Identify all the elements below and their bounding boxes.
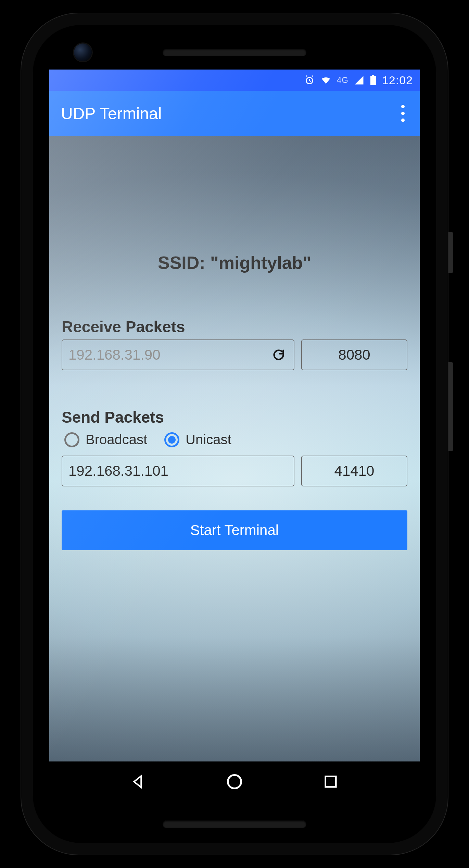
phone-inner: 4G 12:02 UD: [33, 25, 436, 843]
bottom-speaker: [163, 820, 306, 828]
receive-section-label: Receive Packets: [62, 318, 407, 336]
content-area: SSID: "mightylab" Receive Packets 192.16…: [49, 136, 420, 761]
send-section: Send Packets Broadcast Unicast: [62, 408, 407, 550]
nav-back-button[interactable]: [128, 771, 149, 792]
alarm-icon: [304, 75, 315, 86]
status-bar: 4G 12:02: [49, 70, 420, 91]
overflow-menu-button[interactable]: [398, 101, 408, 125]
send-ip-input[interactable]: [68, 463, 288, 479]
svg-rect-2: [372, 75, 374, 76]
svg-rect-4: [325, 777, 336, 787]
phone-side-button-bottom: [448, 362, 453, 451]
earpiece: [163, 49, 306, 56]
front-camera: [74, 44, 92, 61]
refresh-ip-button[interactable]: [270, 346, 288, 364]
nav-recents-button[interactable]: [320, 771, 341, 792]
send-mode-radio-group: Broadcast Unicast: [62, 430, 407, 456]
screen: 4G 12:02 UD: [49, 70, 420, 802]
svg-point-3: [228, 775, 241, 789]
phone-top-hardware: [33, 39, 436, 66]
receive-section: Receive Packets 192.168.31.90: [62, 318, 407, 370]
receive-port-input[interactable]: [308, 347, 401, 363]
app-bar: UDP Terminal: [49, 91, 420, 136]
send-port-field[interactable]: [301, 456, 407, 486]
unicast-radio[interactable]: [164, 432, 179, 447]
broadcast-radio-label[interactable]: Broadcast: [86, 432, 147, 447]
receive-port-field[interactable]: [301, 339, 407, 370]
phone-side-button-top: [448, 232, 453, 273]
network-type-label: 4G: [337, 75, 348, 85]
svg-rect-1: [370, 76, 376, 85]
broadcast-radio[interactable]: [64, 432, 79, 447]
send-port-input[interactable]: [308, 463, 401, 479]
start-terminal-button[interactable]: Start Terminal: [62, 510, 407, 550]
status-time: 12:02: [382, 74, 413, 87]
receive-ip-value: 192.168.31.90: [68, 347, 161, 363]
send-section-label: Send Packets: [62, 408, 407, 426]
signal-icon: [354, 75, 364, 85]
nav-home-button[interactable]: [224, 771, 245, 792]
send-ip-field[interactable]: [62, 456, 294, 486]
stage: 4G 12:02 UD: [0, 0, 469, 868]
phone-frame: 4G 12:02 UD: [21, 13, 448, 855]
receive-ip-field: 192.168.31.90: [62, 339, 294, 370]
android-nav-bar: [49, 761, 420, 802]
wifi-icon: [320, 75, 331, 86]
battery-icon: [370, 75, 377, 86]
start-terminal-label: Start Terminal: [190, 522, 279, 538]
ssid-label: SSID: "mightylab": [62, 252, 407, 273]
unicast-radio-label[interactable]: Unicast: [186, 432, 231, 447]
app-title: UDP Terminal: [61, 104, 162, 123]
